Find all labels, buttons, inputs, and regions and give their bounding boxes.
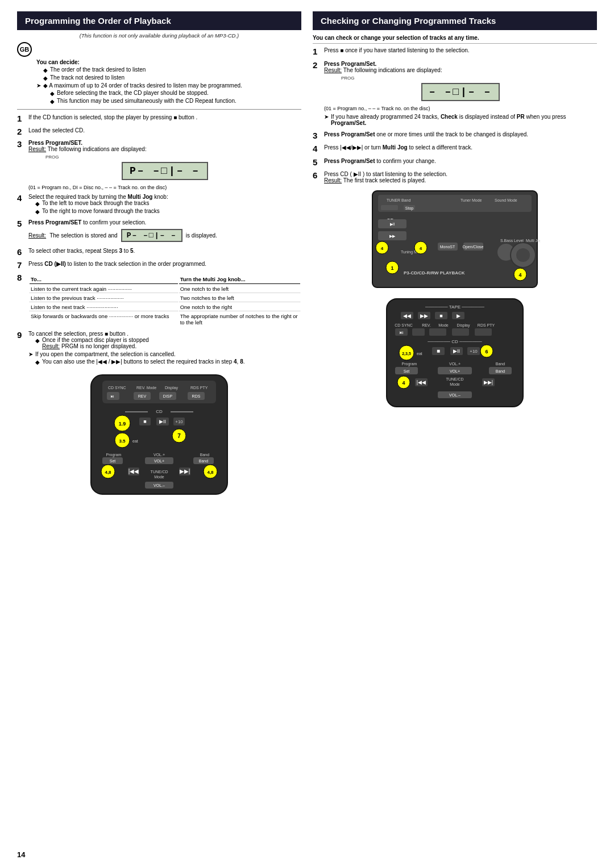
svg-text:▶▶: ▶▶ (389, 234, 396, 238)
bullet-order-track: ◆ The order of the track desired to list… (43, 66, 301, 73)
svg-text:Display: Display (165, 386, 178, 390)
left-step-9: 9 To cancel the selection, press ■ butto… (17, 331, 301, 366)
bullet-not-desired: ◆ The track not desired to listen (43, 74, 301, 81)
svg-text:▶▶|: ▶▶| (484, 379, 493, 385)
svg-text:S.Bass Level: S.Bass Level (500, 239, 524, 243)
svg-text:RDS PTY: RDS PTY (190, 386, 208, 390)
svg-text:RDS: RDS (192, 394, 201, 398)
svg-text:▶II: ▶II (159, 419, 166, 424)
svg-text:+10: +10 (175, 419, 183, 424)
page-number: 14 (17, 850, 25, 859)
remote-image-left: CD SYNC REV. Mode Display RDS PTY ⏯ REV … (17, 372, 301, 497)
svg-text:Set: Set (110, 459, 116, 463)
svg-text:Set: Set (404, 369, 410, 373)
right-intro: You can check or change your selection o… (313, 35, 597, 44)
right-step-4: 4 Press |◀◀/▶▶| or turn Multi Jog to sel… (313, 144, 597, 154)
svg-text:3.5: 3.5 (119, 439, 126, 444)
svg-text:Mode: Mode (154, 475, 164, 479)
svg-text:■: ■ (437, 348, 440, 354)
svg-text:Band: Band (200, 453, 209, 457)
svg-text:VOL.–: VOL.– (449, 393, 460, 397)
divider-1 (17, 109, 301, 110)
svg-text:⏯: ⏯ (399, 330, 404, 335)
left-step-1: 1 If the CD function is selected, stop t… (17, 114, 301, 124)
svg-text:VOL+: VOL+ (450, 369, 460, 373)
svg-text:TUNE/CD: TUNE/CD (446, 377, 463, 381)
svg-text:⏯: ⏯ (110, 394, 114, 398)
svg-text:Tuner Mode: Tuner Mode (460, 198, 482, 202)
svg-text:7: 7 (177, 433, 181, 439)
left-step-7: 7 Press CD (▶II) to listen to the track … (17, 261, 301, 270)
svg-text:4,8: 4,8 (105, 470, 111, 475)
svg-text:RDS PTY: RDS PTY (478, 323, 495, 327)
svg-text:TUNE/CD: TUNE/CD (150, 470, 168, 474)
svg-point-78 (516, 248, 530, 262)
svg-text:─────── CD ───────: ─────── CD ─────── (427, 339, 482, 344)
svg-text:Mode: Mode (450, 382, 460, 386)
you-can-decide-label: You can decide: (36, 59, 301, 65)
left-step-8: 8 To... Turn the Multi Jog knob... Liste… (17, 273, 301, 327)
lcd-display-1: P– –□|– – (122, 162, 208, 180)
svg-text:CD SYNC: CD SYNC (108, 386, 126, 390)
right-column: Checking or Changing Programmed Tracks Y… (313, 11, 597, 497)
svg-text:Stop: Stop (405, 206, 414, 211)
svg-text:Multi Jog: Multi Jog (526, 239, 540, 243)
svg-text:▶II: ▶II (390, 222, 395, 226)
svg-text:▶II: ▶II (453, 348, 460, 354)
svg-text:MonoST: MonoST (440, 245, 455, 249)
right-step-2: 2 Press Program/Set. Result: The followi… (313, 61, 597, 127)
svg-text:P3-CD/CD-R/RW PLAYBACK: P3-CD/CD-R/RW PLAYBACK (404, 270, 465, 276)
svg-text:eat: eat (417, 352, 422, 356)
bullet-before-selecting: ◆ Before selecting the track, the CD pla… (50, 90, 301, 97)
svg-text:Band: Band (496, 362, 505, 366)
left-column: Programming the Order of Playback (This … (17, 11, 301, 497)
svg-rect-101 (412, 328, 425, 336)
svg-text:4: 4 (381, 246, 384, 251)
svg-text:4,8: 4,8 (207, 470, 214, 475)
svg-text:6: 6 (485, 349, 488, 354)
svg-text:Program: Program (106, 453, 122, 457)
svg-text:◀◀: ◀◀ (403, 313, 411, 319)
svg-text:▶: ▶ (457, 313, 460, 319)
svg-text:─────── TAPE ───────: ─────── TAPE ─────── (425, 304, 484, 310)
svg-text:VOL.–: VOL.– (154, 483, 165, 487)
svg-text:CD SYNC: CD SYNC (395, 323, 413, 327)
svg-text:DISP: DISP (163, 394, 173, 398)
svg-text:Band: Band (496, 369, 505, 373)
svg-text:Mode: Mode (438, 323, 449, 327)
svg-text:Display: Display (457, 323, 470, 328)
svg-text:▶▶: ▶▶ (420, 313, 428, 319)
svg-text:CD: CD (156, 409, 163, 414)
svg-text:eat: eat (132, 439, 138, 443)
left-step-3: 3 Press Program/SET. Result: The followi… (17, 140, 301, 190)
svg-text:Band: Band (199, 459, 208, 463)
svg-rect-104 (475, 328, 492, 336)
svg-text:2,3,5: 2,3,5 (402, 352, 411, 356)
svg-text:REV: REV (138, 394, 147, 398)
left-step-4: 4 Select the required track by turning t… (17, 194, 301, 216)
svg-rect-52 (378, 195, 532, 212)
device-image-top: TUNER Band Tuner Mode Sound Mode Stop CD… (313, 188, 597, 290)
right-step-3: 3 Press Program/Set one or more times un… (313, 131, 597, 141)
svg-text:Program: Program (402, 362, 417, 366)
svg-text:1: 1 (391, 265, 393, 271)
svg-text:1.9: 1.9 (119, 421, 126, 427)
lcd-display-2: P– –□|– – (121, 229, 182, 242)
gb-badge: GB (17, 42, 32, 57)
svg-text:▶▶|: ▶▶| (180, 468, 190, 474)
lcd-display-right-1: – –□|– – (421, 83, 500, 101)
left-subtitle: (This function is not only available dur… (17, 32, 301, 39)
svg-text:REV.: REV. (422, 323, 431, 327)
svg-rect-103 (452, 328, 469, 336)
svg-text:VOL+: VOL+ (154, 459, 164, 463)
svg-text:REV. Mode: REV. Mode (136, 386, 156, 390)
left-step-5: 5 Press Program/SET to confirm your sele… (17, 219, 301, 244)
right-step-6: 6 Press CD ( ▶II ) to start listening to… (313, 171, 597, 183)
remote-image-right: ─────── TAPE ─────── ◀◀ ▶▶ ■ ▶ CD SYNC R… (313, 296, 597, 410)
svg-rect-56 (381, 205, 398, 210)
svg-text:■: ■ (143, 419, 146, 424)
left-step-6: 6 To select other tracks, repeat Steps 3… (17, 248, 301, 257)
svg-text:|◀◀: |◀◀ (128, 468, 139, 474)
svg-text:VOL.+: VOL.+ (154, 453, 165, 457)
svg-text:|◀◀: |◀◀ (417, 379, 426, 385)
